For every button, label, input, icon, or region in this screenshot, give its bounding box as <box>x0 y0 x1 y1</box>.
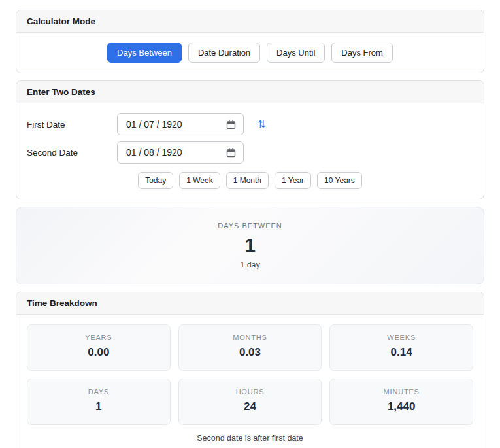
breakdown-value: 1,440 <box>335 400 467 413</box>
breakdown-card-weeks: WEEKS 0.14 <box>329 324 473 371</box>
time-breakdown-title: Time Breakdown <box>16 292 484 315</box>
second-date-row: Second Date 01 / 08 / 1920 <box>27 141 473 164</box>
date-calculator-page: Calculator Mode Days Between Date Durati… <box>0 0 500 448</box>
result-panel: DAYS BETWEEN 1 1 day <box>16 207 484 284</box>
breakdown-label: YEARS <box>33 334 165 341</box>
breakdown-value: 0.00 <box>33 346 165 359</box>
breakdown-label: MONTHS <box>184 334 316 341</box>
second-date-input[interactable]: 01 / 08 / 1920 <box>117 141 244 164</box>
enter-dates-title: Enter Two Dates <box>16 81 484 103</box>
calendar-icon[interactable] <box>226 120 236 129</box>
breakdown-card-hours: HOURS 24 <box>178 379 322 425</box>
calendar-icon-glyph <box>226 120 236 129</box>
mode-date-duration-button[interactable]: Date Duration <box>188 43 260 63</box>
quick-1-month-button[interactable]: 1 Month <box>226 172 269 189</box>
mode-days-between-button[interactable]: Days Between <box>107 43 182 63</box>
breakdown-card-days: DAYS 1 <box>27 379 171 425</box>
mode-days-from-button[interactable]: Days From <box>331 43 393 63</box>
second-date-label: Second Date <box>27 148 117 158</box>
first-date-row: First Date 01 / 07 / 1920 ⇅ <box>27 113 473 135</box>
breakdown-value: 0.03 <box>184 346 316 359</box>
breakdown-value: 24 <box>184 400 316 413</box>
breakdown-card-months: MONTHS 0.03 <box>178 324 322 371</box>
breakdown-label: DAYS <box>33 388 165 396</box>
breakdown-grid: YEARS 0.00 MONTHS 0.03 WEEKS 0.14 DAYS 1… <box>27 324 473 425</box>
breakdown-label: MINUTES <box>335 388 467 396</box>
second-date-value[interactable]: 01 / 08 / 1920 <box>126 147 182 158</box>
result-label: DAYS BETWEEN <box>218 222 282 230</box>
calculator-mode-title: Calculator Mode <box>16 10 484 33</box>
first-date-label: First Date <box>27 120 117 129</box>
mode-button-row: Days Between Date Duration Days Until Da… <box>27 43 473 63</box>
mode-days-until-button[interactable]: Days Until <box>267 43 325 63</box>
quick-1-week-button[interactable]: 1 Week <box>179 172 220 189</box>
quick-10-years-button[interactable]: 10 Years <box>317 172 362 189</box>
quick-today-button[interactable]: Today <box>138 172 173 189</box>
calculator-mode-card: Calculator Mode Days Between Date Durati… <box>16 10 484 73</box>
calendar-icon-glyph <box>226 148 236 158</box>
breakdown-label: WEEKS <box>335 334 467 341</box>
quick-select-row: Today 1 Week 1 Month 1 Year 10 Years <box>27 172 473 189</box>
enter-dates-card: Enter Two Dates First Date 01 / 07 / 192… <box>16 80 484 199</box>
breakdown-card-minutes: MINUTES 1,440 <box>329 379 473 425</box>
first-date-value[interactable]: 01 / 07 / 1920 <box>126 119 182 129</box>
date-order-status: Second date is after first date <box>27 434 473 443</box>
result-value: 1 <box>244 235 256 255</box>
calendar-icon[interactable] <box>226 148 236 158</box>
swap-dates-icon[interactable]: ⇅ <box>256 118 267 131</box>
breakdown-label: HOURS <box>184 388 316 396</box>
result-subtitle: 1 day <box>240 260 260 269</box>
breakdown-value: 1 <box>33 400 165 413</box>
time-breakdown-card: Time Breakdown YEARS 0.00 MONTHS 0.03 WE… <box>16 292 484 448</box>
breakdown-value: 0.14 <box>335 346 467 359</box>
quick-1-year-button[interactable]: 1 Year <box>275 172 311 189</box>
breakdown-card-years: YEARS 0.00 <box>27 324 171 371</box>
first-date-input[interactable]: 01 / 07 / 1920 <box>117 113 244 135</box>
